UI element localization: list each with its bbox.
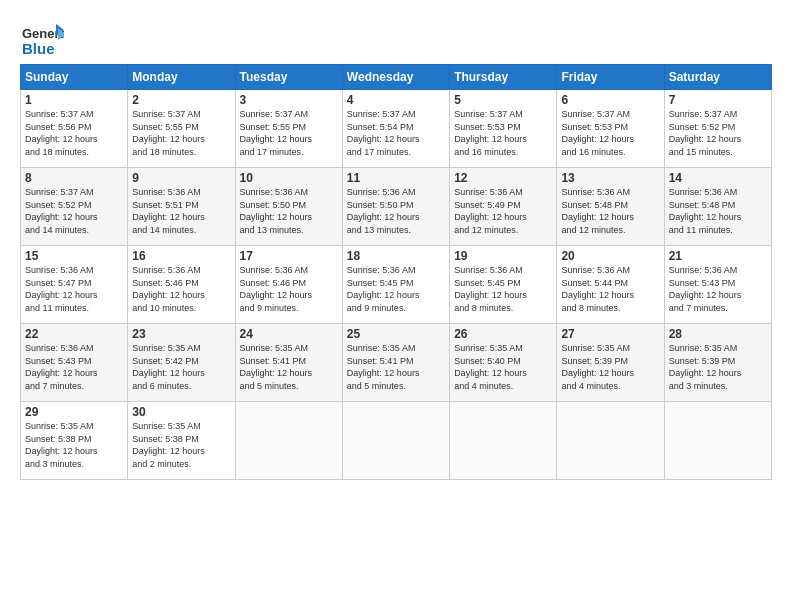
calendar-cell xyxy=(450,402,557,480)
week-row-5: 29Sunrise: 5:35 AM Sunset: 5:38 PM Dayli… xyxy=(21,402,772,480)
day-number: 12 xyxy=(454,171,552,185)
day-number: 2 xyxy=(132,93,230,107)
day-info: Sunrise: 5:36 AM Sunset: 5:45 PM Dayligh… xyxy=(454,264,552,314)
calendar-cell: 21Sunrise: 5:36 AM Sunset: 5:43 PM Dayli… xyxy=(664,246,771,324)
calendar-cell: 2Sunrise: 5:37 AM Sunset: 5:55 PM Daylig… xyxy=(128,90,235,168)
col-friday: Friday xyxy=(557,65,664,90)
calendar-table: Sunday Monday Tuesday Wednesday Thursday… xyxy=(20,64,772,480)
day-number: 13 xyxy=(561,171,659,185)
calendar-cell: 18Sunrise: 5:36 AM Sunset: 5:45 PM Dayli… xyxy=(342,246,449,324)
calendar-cell: 7Sunrise: 5:37 AM Sunset: 5:52 PM Daylig… xyxy=(664,90,771,168)
calendar-cell xyxy=(235,402,342,480)
calendar-cell: 4Sunrise: 5:37 AM Sunset: 5:54 PM Daylig… xyxy=(342,90,449,168)
day-info: Sunrise: 5:36 AM Sunset: 5:43 PM Dayligh… xyxy=(669,264,767,314)
day-number: 25 xyxy=(347,327,445,341)
calendar-cell: 24Sunrise: 5:35 AM Sunset: 5:41 PM Dayli… xyxy=(235,324,342,402)
calendar-cell xyxy=(664,402,771,480)
calendar-cell: 16Sunrise: 5:36 AM Sunset: 5:46 PM Dayli… xyxy=(128,246,235,324)
calendar-cell: 11Sunrise: 5:36 AM Sunset: 5:50 PM Dayli… xyxy=(342,168,449,246)
day-info: Sunrise: 5:35 AM Sunset: 5:38 PM Dayligh… xyxy=(25,420,123,470)
day-number: 26 xyxy=(454,327,552,341)
day-info: Sunrise: 5:35 AM Sunset: 5:41 PM Dayligh… xyxy=(347,342,445,392)
page: General Blue Sunday Monday Tuesday Wedne… xyxy=(0,0,792,490)
calendar-cell: 8Sunrise: 5:37 AM Sunset: 5:52 PM Daylig… xyxy=(21,168,128,246)
calendar-cell: 27Sunrise: 5:35 AM Sunset: 5:39 PM Dayli… xyxy=(557,324,664,402)
day-number: 28 xyxy=(669,327,767,341)
header: General Blue xyxy=(20,16,772,60)
day-info: Sunrise: 5:37 AM Sunset: 5:56 PM Dayligh… xyxy=(25,108,123,158)
calendar-cell: 25Sunrise: 5:35 AM Sunset: 5:41 PM Dayli… xyxy=(342,324,449,402)
calendar-cell xyxy=(342,402,449,480)
day-info: Sunrise: 5:35 AM Sunset: 5:41 PM Dayligh… xyxy=(240,342,338,392)
calendar-cell: 15Sunrise: 5:36 AM Sunset: 5:47 PM Dayli… xyxy=(21,246,128,324)
day-info: Sunrise: 5:36 AM Sunset: 5:50 PM Dayligh… xyxy=(240,186,338,236)
day-info: Sunrise: 5:36 AM Sunset: 5:48 PM Dayligh… xyxy=(669,186,767,236)
day-number: 9 xyxy=(132,171,230,185)
day-number: 10 xyxy=(240,171,338,185)
day-number: 15 xyxy=(25,249,123,263)
week-row-2: 8Sunrise: 5:37 AM Sunset: 5:52 PM Daylig… xyxy=(21,168,772,246)
day-number: 20 xyxy=(561,249,659,263)
day-info: Sunrise: 5:35 AM Sunset: 5:40 PM Dayligh… xyxy=(454,342,552,392)
calendar-cell: 9Sunrise: 5:36 AM Sunset: 5:51 PM Daylig… xyxy=(128,168,235,246)
calendar-cell: 14Sunrise: 5:36 AM Sunset: 5:48 PM Dayli… xyxy=(664,168,771,246)
day-info: Sunrise: 5:36 AM Sunset: 5:45 PM Dayligh… xyxy=(347,264,445,314)
col-wednesday: Wednesday xyxy=(342,65,449,90)
day-number: 21 xyxy=(669,249,767,263)
day-number: 7 xyxy=(669,93,767,107)
day-info: Sunrise: 5:37 AM Sunset: 5:53 PM Dayligh… xyxy=(561,108,659,158)
day-info: Sunrise: 5:37 AM Sunset: 5:53 PM Dayligh… xyxy=(454,108,552,158)
calendar-cell: 30Sunrise: 5:35 AM Sunset: 5:38 PM Dayli… xyxy=(128,402,235,480)
day-info: Sunrise: 5:36 AM Sunset: 5:46 PM Dayligh… xyxy=(132,264,230,314)
day-info: Sunrise: 5:36 AM Sunset: 5:46 PM Dayligh… xyxy=(240,264,338,314)
day-number: 19 xyxy=(454,249,552,263)
calendar-cell: 28Sunrise: 5:35 AM Sunset: 5:39 PM Dayli… xyxy=(664,324,771,402)
day-number: 18 xyxy=(347,249,445,263)
calendar-cell: 29Sunrise: 5:35 AM Sunset: 5:38 PM Dayli… xyxy=(21,402,128,480)
day-number: 3 xyxy=(240,93,338,107)
day-info: Sunrise: 5:36 AM Sunset: 5:44 PM Dayligh… xyxy=(561,264,659,314)
calendar-cell: 22Sunrise: 5:36 AM Sunset: 5:43 PM Dayli… xyxy=(21,324,128,402)
calendar-cell: 19Sunrise: 5:36 AM Sunset: 5:45 PM Dayli… xyxy=(450,246,557,324)
logo-icon: General Blue xyxy=(20,16,64,60)
day-info: Sunrise: 5:35 AM Sunset: 5:38 PM Dayligh… xyxy=(132,420,230,470)
calendar-cell: 12Sunrise: 5:36 AM Sunset: 5:49 PM Dayli… xyxy=(450,168,557,246)
logo: General Blue xyxy=(20,16,64,60)
day-info: Sunrise: 5:37 AM Sunset: 5:54 PM Dayligh… xyxy=(347,108,445,158)
calendar-cell: 13Sunrise: 5:36 AM Sunset: 5:48 PM Dayli… xyxy=(557,168,664,246)
day-info: Sunrise: 5:36 AM Sunset: 5:47 PM Dayligh… xyxy=(25,264,123,314)
calendar-cell: 6Sunrise: 5:37 AM Sunset: 5:53 PM Daylig… xyxy=(557,90,664,168)
calendar-cell xyxy=(557,402,664,480)
calendar-cell: 1Sunrise: 5:37 AM Sunset: 5:56 PM Daylig… xyxy=(21,90,128,168)
day-number: 6 xyxy=(561,93,659,107)
day-number: 11 xyxy=(347,171,445,185)
day-info: Sunrise: 5:36 AM Sunset: 5:48 PM Dayligh… xyxy=(561,186,659,236)
calendar-cell: 23Sunrise: 5:35 AM Sunset: 5:42 PM Dayli… xyxy=(128,324,235,402)
day-number: 14 xyxy=(669,171,767,185)
calendar-cell: 17Sunrise: 5:36 AM Sunset: 5:46 PM Dayli… xyxy=(235,246,342,324)
col-sunday: Sunday xyxy=(21,65,128,90)
day-info: Sunrise: 5:37 AM Sunset: 5:55 PM Dayligh… xyxy=(132,108,230,158)
day-info: Sunrise: 5:35 AM Sunset: 5:39 PM Dayligh… xyxy=(561,342,659,392)
svg-text:Blue: Blue xyxy=(22,40,55,57)
col-tuesday: Tuesday xyxy=(235,65,342,90)
day-number: 5 xyxy=(454,93,552,107)
day-number: 30 xyxy=(132,405,230,419)
day-info: Sunrise: 5:37 AM Sunset: 5:52 PM Dayligh… xyxy=(669,108,767,158)
day-number: 27 xyxy=(561,327,659,341)
day-number: 8 xyxy=(25,171,123,185)
day-info: Sunrise: 5:36 AM Sunset: 5:51 PM Dayligh… xyxy=(132,186,230,236)
day-number: 23 xyxy=(132,327,230,341)
day-number: 1 xyxy=(25,93,123,107)
day-number: 24 xyxy=(240,327,338,341)
calendar-cell: 26Sunrise: 5:35 AM Sunset: 5:40 PM Dayli… xyxy=(450,324,557,402)
week-row-3: 15Sunrise: 5:36 AM Sunset: 5:47 PM Dayli… xyxy=(21,246,772,324)
col-monday: Monday xyxy=(128,65,235,90)
day-info: Sunrise: 5:36 AM Sunset: 5:50 PM Dayligh… xyxy=(347,186,445,236)
day-info: Sunrise: 5:36 AM Sunset: 5:49 PM Dayligh… xyxy=(454,186,552,236)
day-info: Sunrise: 5:36 AM Sunset: 5:43 PM Dayligh… xyxy=(25,342,123,392)
day-number: 17 xyxy=(240,249,338,263)
day-number: 29 xyxy=(25,405,123,419)
day-number: 22 xyxy=(25,327,123,341)
day-info: Sunrise: 5:35 AM Sunset: 5:39 PM Dayligh… xyxy=(669,342,767,392)
